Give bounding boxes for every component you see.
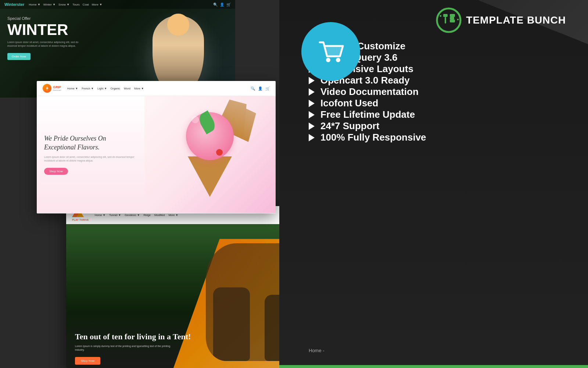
winterster-nav-icons: 🔍 👤 🛒 <box>213 3 231 7</box>
feature-item-lifetime-update: Free Lifetime Update <box>309 109 566 120</box>
grip-headline: We Pride Ourselves On Exceptional Flavor… <box>44 134 137 152</box>
grip-logo-icon: 🍦 <box>43 84 51 93</box>
grip-shop-button[interactable]: Shop Now <box>44 168 68 175</box>
account-icon: 👤 <box>220 3 224 7</box>
feature-text-icofont: Icofont Used <box>320 98 378 109</box>
playthrive-name: PLAY THRIVE <box>72 219 89 221</box>
playthrive-headline: Ten out of ten for living in a Tent! <box>75 332 279 342</box>
feature-arrow-icofont <box>309 100 315 107</box>
feature-arrow-opencart <box>309 77 315 84</box>
grip-left-content: We Pride Ourselves On Exceptional Flavor… <box>37 96 144 213</box>
cart-svg-icon <box>314 35 347 68</box>
svg-rect-3 <box>443 14 448 17</box>
search-icon-grip: 🔍 <box>251 86 255 91</box>
screenshot-play-thrive: PLAY THRIVE Home ▼ Tunnel ▼ Geodesic ▼ R… <box>66 206 279 368</box>
feature-arrow-support <box>309 123 315 130</box>
winterster-desc: Lorem ipsum dolor sit amet, consectetur … <box>7 40 81 48</box>
grip-content: We Pride Ourselves On Exceptional Flavor… <box>37 96 276 213</box>
playthrive-nav-links: Home ▼ Tunnel ▼ Geodesic ▼ Ridge Modifie… <box>95 213 178 217</box>
order-now-button[interactable]: Order Now <box>7 53 31 60</box>
feature-text-support: 24*7 Support <box>320 120 379 132</box>
playthrive-shop-button[interactable]: Shop Now <box>75 357 100 365</box>
svg-point-2 <box>437 8 460 32</box>
cart-icon: 🛒 <box>226 3 231 7</box>
couple-image <box>206 243 279 361</box>
green-bottom-bar <box>279 365 588 368</box>
feature-item-icofont: Icofont Used <box>309 98 566 109</box>
right-panel: TEMPLATE BUNCH Easy to CustomizeLatest j… <box>279 0 588 368</box>
cart-icon-grip: 🛒 <box>265 86 270 91</box>
feature-text-video-doc: Video Documentation <box>320 86 419 98</box>
feature-arrow-fully-responsive <box>309 134 315 141</box>
feature-item-fully-responsive: 100% Fully Responsive <box>309 132 566 143</box>
winterster-content: Special Offer WINTER Lorem ipsum dolor s… <box>0 9 235 67</box>
left-panel: Winterster Home ▼ Winter ▼ Snow ▼ Tours … <box>0 0 279 368</box>
svg-rect-7 <box>450 20 455 22</box>
grip-sub: Summer <box>53 89 61 91</box>
feature-text-lifetime-update: Free Lifetime Update <box>320 109 415 120</box>
svg-rect-5 <box>450 14 455 17</box>
main-content-area: Easy to CustomizeLatest jQuery 3.6Respon… <box>309 40 566 143</box>
svg-rect-6 <box>450 17 454 20</box>
playthrive-desc: Lorem Ipsum is simply dummy text of the … <box>75 344 171 352</box>
grip-name: GRIP <box>53 85 61 89</box>
feature-item-opencart: Opencart 3.0 Ready <box>309 75 566 86</box>
tb-logo-icon <box>436 7 462 33</box>
brand-name: TEMPLATE BUNCH <box>466 14 566 26</box>
playthrive-hero: Ten out of ten for living in a Tent! Lor… <box>66 224 279 368</box>
grip-navbar: 🍦 GRIP Summer Home ▼ French ▼ Light ▼ Or… <box>37 81 276 96</box>
grip-nav-links: Home ▼ French ▼ Light ▼ Organic Word Mor… <box>67 87 144 90</box>
winterster-nav-links: Home ▼ Winter ▼ Snow ▼ Tours Coat More ▼ <box>29 3 102 6</box>
search-icon: 🔍 <box>213 3 218 7</box>
grip-logo: 🍦 GRIP Summer <box>43 84 61 93</box>
screenshot-grip-summer: 🍦 GRIP Summer Home ▼ French ▼ Light ▼ Or… <box>37 81 276 213</box>
home-breadcrumb: Home - <box>309 348 325 353</box>
grip-right-content <box>144 96 276 213</box>
feature-arrow-lifetime-update <box>309 111 315 118</box>
feature-text-fully-responsive: 100% Fully Responsive <box>320 132 426 143</box>
feature-arrow-video-doc <box>309 88 315 96</box>
winterster-logo: Winterster <box>4 2 24 7</box>
feature-item-support: 24*7 Support <box>309 120 566 132</box>
account-icon-grip: 👤 <box>258 86 262 91</box>
template-bunch-logo-area: TEMPLATE BUNCH <box>436 7 566 33</box>
opencart-icon-circle <box>301 22 360 81</box>
grip-nav-icons: 🔍 👤 🛒 <box>251 86 270 91</box>
svg-point-9 <box>336 58 340 62</box>
breadcrumb-area: Home - <box>309 348 325 353</box>
feature-item-video-doc: Video Documentation <box>309 86 566 98</box>
svg-point-8 <box>326 58 330 62</box>
grip-desc: Lorem ipsum dolor sit amet, consectetur … <box>44 155 137 163</box>
winterster-navbar: Winterster Home ▼ Winter ▼ Snow ▼ Tours … <box>0 0 235 9</box>
icecream-visual <box>144 96 276 213</box>
svg-rect-4 <box>445 17 446 24</box>
